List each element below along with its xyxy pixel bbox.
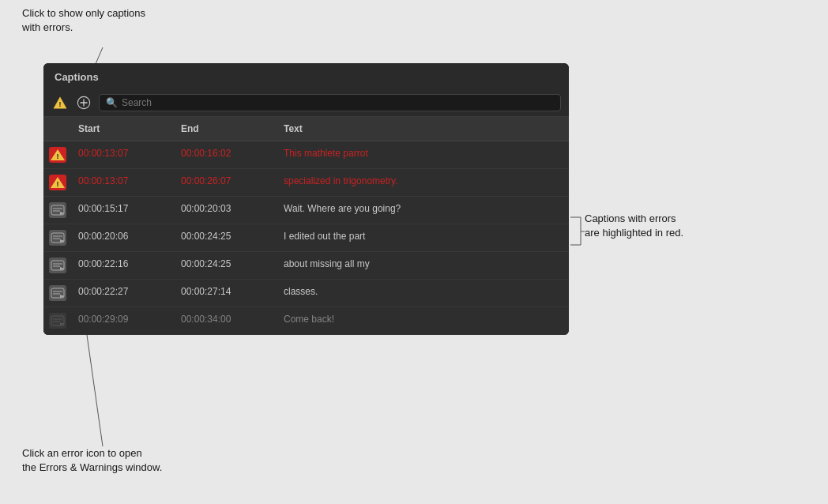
row-text: Wait. Where are you going?	[277, 201, 569, 216]
toolbar: ! 🔍	[43, 89, 569, 117]
table-row: 00:00:22:27 00:00:27:14 classes.	[43, 280, 569, 307]
row-icon-cell[interactable]	[43, 256, 72, 275]
row-icon-cell[interactable]	[43, 284, 72, 303]
row-start: 00:00:15:17	[72, 201, 175, 216]
annotation-right: Captions with errorsare highlighted in r…	[585, 212, 683, 240]
table-row: ! 00:00:13:07 00:00:26:07 specialized in…	[43, 169, 569, 197]
table-row: 00:00:15:17 00:00:20:03 Wait. Where are …	[43, 197, 569, 224]
row-text: Come back!	[277, 311, 569, 327]
annotation-top-left: Click to show only captionswith errors.	[22, 6, 145, 35]
captions-panel: Captions ! 🔍 Start End Text	[43, 63, 569, 335]
add-caption-button[interactable]	[75, 94, 92, 111]
search-icon: 🔍	[106, 97, 118, 108]
row-end: 00:00:27:14	[175, 284, 277, 299]
row-end: 00:00:34:00	[175, 311, 277, 327]
row-icon-cell[interactable]	[43, 228, 72, 247]
table-header: Start End Text	[43, 117, 569, 141]
table-row: 00:00:22:16 00:00:24:25 about missing al…	[43, 252, 569, 280]
col-header-text: Text	[277, 121, 569, 137]
row-text: I edited out the part	[277, 228, 569, 244]
row-end: 00:00:24:25	[175, 228, 277, 244]
row-start: 00:00:20:06	[72, 228, 175, 244]
row-start: 00:00:29:09	[72, 311, 175, 327]
row-end: 00:00:20:03	[175, 201, 277, 216]
row-start: 00:00:22:27	[72, 284, 175, 299]
table-row: ! 00:00:13:07 00:00:16:02 This mathlete …	[43, 141, 569, 169]
row-icon-cell[interactable]	[43, 201, 72, 220]
row-text: classes.	[277, 284, 569, 299]
table-row: 00:00:20:06 00:00:24:25 I edited out the…	[43, 224, 569, 252]
panel-title: Captions	[43, 63, 569, 89]
annotation-bottom-left: Click an error icon to openthe Errors & …	[22, 446, 162, 475]
row-text: specialized in trigonometry.	[277, 173, 569, 189]
row-end: 00:00:26:07	[175, 173, 277, 189]
col-header-icon	[43, 121, 72, 137]
row-text: about missing all my	[277, 256, 569, 272]
row-icon-cell[interactable]: !	[43, 145, 72, 164]
svg-text:!: !	[59, 100, 62, 108]
col-header-start: Start	[72, 121, 175, 137]
row-icon-cell[interactable]: !	[43, 173, 72, 192]
svg-text:!: !	[57, 152, 59, 160]
captions-table: ! 00:00:13:07 00:00:16:02 This mathlete …	[43, 141, 569, 335]
col-header-end: End	[175, 121, 277, 137]
search-box[interactable]: 🔍	[99, 94, 561, 111]
table-row: 00:00:29:09 00:00:34:00 Come back!	[43, 307, 569, 335]
svg-text:!: !	[57, 180, 59, 188]
row-icon-cell[interactable]	[43, 311, 72, 330]
row-start: 00:00:13:07	[72, 145, 175, 161]
filter-errors-button[interactable]: !	[51, 94, 69, 111]
row-start: 00:00:13:07	[72, 173, 175, 189]
row-end: 00:00:24:25	[175, 256, 277, 272]
row-start: 00:00:22:16	[72, 256, 175, 272]
row-end: 00:00:16:02	[175, 145, 277, 161]
search-input[interactable]	[122, 97, 554, 108]
row-text: This mathlete parrot	[277, 145, 569, 161]
